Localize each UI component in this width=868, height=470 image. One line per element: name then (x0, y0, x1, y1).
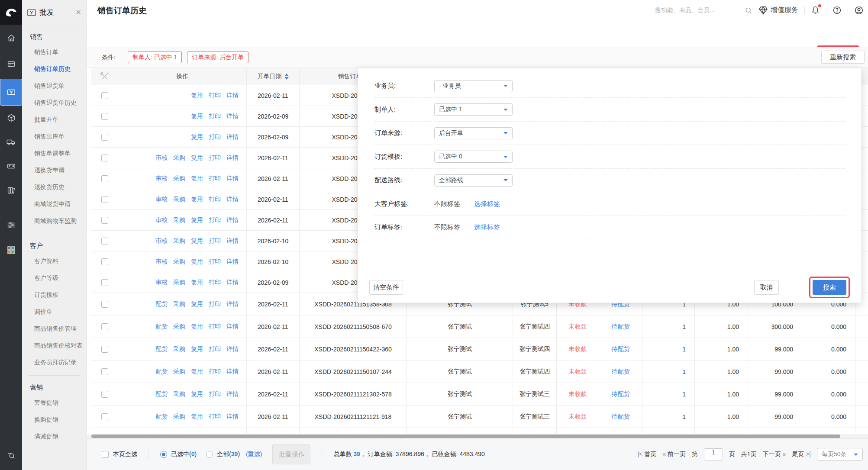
search-icon[interactable] (745, 6, 752, 14)
apps-grid-icon[interactable] (0, 241, 22, 260)
search-bottom-icon[interactable] (0, 446, 22, 465)
action-link-审核[interactable]: 审核 (155, 175, 168, 183)
next-page-button[interactable]: 下一页 » (763, 451, 786, 458)
action-link-打印[interactable]: 打印 (209, 300, 221, 308)
action-link-采购[interactable]: 采购 (173, 175, 185, 183)
sliders-icon[interactable] (0, 216, 22, 235)
deliver-status-link[interactable]: 待配货 (612, 413, 630, 421)
action-link-打印[interactable]: 打印 (209, 237, 221, 245)
action-link-采购[interactable]: 采购 (173, 368, 185, 376)
sort-icon[interactable] (284, 74, 289, 80)
prev-page-button[interactable]: « 前一页 (662, 451, 686, 458)
row-checkbox[interactable] (101, 413, 108, 420)
action-link-复用[interactable]: 复用 (191, 216, 203, 224)
action-link-打印[interactable]: 打印 (209, 258, 221, 266)
action-link-详情[interactable]: 详情 (226, 216, 239, 224)
sidebar-item-销售订单历史[interactable]: 销售订单历史 (22, 61, 87, 77)
app-logo-icon[interactable] (0, 0, 22, 25)
action-link-详情[interactable]: 详情 (226, 196, 239, 203)
action-link-审核[interactable]: 审核 (155, 237, 168, 245)
action-link-打印[interactable]: 打印 (209, 323, 221, 331)
header-date[interactable]: 开单日期 (247, 68, 300, 85)
condition-tag[interactable]: 制单人: 已选中 1 (128, 52, 182, 63)
action-link-详情[interactable]: 详情 (226, 345, 239, 353)
panel-select-1[interactable]: - 业务员 - (434, 80, 513, 92)
action-link-详情[interactable]: 详情 (226, 279, 239, 287)
row-checkbox[interactable] (101, 217, 108, 224)
sidebar-item-销售出库单[interactable]: 销售出库单 (22, 128, 87, 145)
action-link-打印[interactable]: 打印 (209, 390, 221, 398)
bill-icon[interactable] (0, 79, 22, 106)
action-link-复用[interactable]: 复用 (191, 390, 203, 398)
sidebar-item-商城退货申请[interactable]: 商城退货申请 (22, 196, 87, 212)
sidebar-item-批量开单[interactable]: 批量开单 (22, 111, 87, 128)
action-link-详情[interactable]: 详情 (226, 323, 239, 331)
action-link-打印[interactable]: 打印 (209, 216, 221, 224)
action-link-采购[interactable]: 采购 (173, 258, 185, 266)
action-link-详情[interactable]: 详情 (226, 390, 239, 398)
action-link-复用[interactable]: 复用 (191, 413, 203, 421)
sidebar-item-满减促销[interactable]: 满减促销 (22, 428, 87, 445)
select-page-checkbox[interactable] (102, 451, 109, 458)
sidebar-item-销售单调整单[interactable]: 销售单调整单 (22, 145, 87, 162)
sidebar-item-换购促销[interactable]: 换购促销 (22, 411, 87, 428)
sidebar-item-商城购物车监测[interactable]: 商城购物车监测 (22, 212, 87, 229)
choose-tag-link[interactable]: 选择标签 (474, 200, 500, 208)
sidebar-item-客户等级[interactable]: 客户等级 (22, 270, 87, 287)
account-button[interactable] (854, 6, 864, 15)
action-link-复用[interactable]: 复用 (191, 323, 203, 331)
row-checkbox[interactable] (101, 175, 108, 182)
action-link-详情[interactable]: 详情 (226, 113, 239, 120)
row-checkbox[interactable] (101, 391, 108, 398)
action-link-打印[interactable]: 打印 (209, 175, 221, 183)
panel-select-5[interactable]: 全部路线 (434, 174, 513, 187)
action-link-配货[interactable]: 配货 (155, 368, 168, 376)
global-search-input[interactable]: 搜功能、商品、会员... (655, 6, 752, 14)
scrollbar-thumb[interactable] (91, 435, 840, 438)
cancel-button[interactable]: 取消 (754, 280, 779, 295)
action-link-配货[interactable]: 配货 (155, 413, 168, 421)
action-link-打印[interactable]: 打印 (209, 279, 221, 287)
notifications-button[interactable] (811, 6, 820, 15)
condition-tag[interactable]: 订单来源: 后台开单 (187, 52, 248, 63)
action-link-打印[interactable]: 打印 (209, 154, 221, 162)
action-link-详情[interactable]: 详情 (226, 154, 239, 162)
sidebar-item-订货模板[interactable]: 订货模板 (22, 287, 87, 303)
choose-tag-link[interactable]: 选择标签 (474, 223, 500, 232)
action-link-详情[interactable]: 详情 (226, 237, 239, 245)
sidebar-item-销售退货单[interactable]: 销售退货单 (22, 77, 87, 94)
header-actions[interactable]: 操作 (118, 68, 247, 85)
tools-icon[interactable] (99, 71, 110, 82)
action-link-复用[interactable]: 复用 (191, 279, 203, 287)
action-link-审核[interactable]: 审核 (155, 154, 168, 162)
panel-select-4[interactable]: 已选中 0 (434, 151, 513, 163)
sidebar-item-客户资料[interactable]: 客户资料 (22, 253, 87, 270)
panel-select-3[interactable]: 后台开单 (434, 127, 513, 139)
action-link-打印[interactable]: 打印 (209, 113, 221, 120)
sidebar-item-退换货历史[interactable]: 退换货历史 (22, 179, 87, 196)
action-link-复用[interactable]: 复用 (191, 92, 203, 100)
reselect-link[interactable]: (重选) (246, 451, 262, 458)
action-link-打印[interactable]: 打印 (209, 413, 221, 421)
action-link-采购[interactable]: 采购 (173, 300, 185, 308)
last-page-button[interactable]: 尾页 >| (792, 451, 811, 458)
home-icon[interactable] (0, 29, 22, 48)
row-checkbox[interactable] (101, 346, 108, 353)
action-link-详情[interactable]: 详情 (226, 300, 239, 308)
deliver-status-link[interactable]: 待配货 (612, 390, 630, 398)
action-link-复用[interactable]: 复用 (191, 113, 203, 120)
action-link-审核[interactable]: 审核 (155, 196, 168, 203)
action-link-复用[interactable]: 复用 (191, 133, 203, 141)
action-link-复用[interactable]: 复用 (191, 175, 203, 183)
action-link-详情[interactable]: 详情 (226, 175, 239, 183)
value-added-service-button[interactable]: 增值服务 (758, 6, 798, 15)
row-checkbox[interactable] (101, 134, 108, 141)
horizontal-scrollbar[interactable] (87, 434, 868, 438)
action-link-详情[interactable]: 详情 (226, 368, 239, 376)
action-link-复用[interactable]: 复用 (191, 154, 203, 162)
pos-icon[interactable] (0, 157, 22, 176)
action-link-打印[interactable]: 打印 (209, 345, 221, 353)
action-link-采购[interactable]: 采购 (173, 196, 185, 203)
page-number-input[interactable]: 1 (704, 448, 723, 460)
action-link-详情[interactable]: 详情 (226, 92, 239, 100)
